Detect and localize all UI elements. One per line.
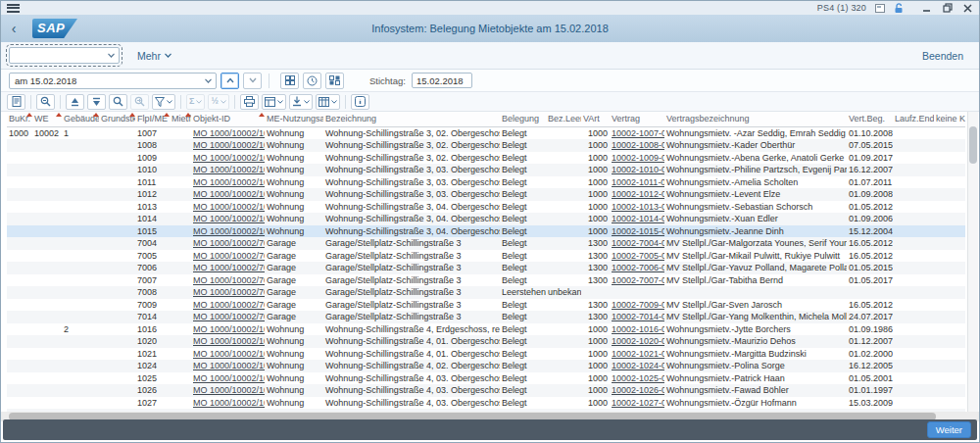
objekt-id-link[interactable]: MO 1000/10002/1025 [193, 373, 265, 383]
vertrag-link[interactable]: 10002-7005-01 [612, 251, 664, 261]
vertrag-link[interactable]: 10002-1008-02 [612, 140, 664, 150]
table-row[interactable]: 7014MO 1000/10002/7014GarageGarage/Stell… [7, 311, 965, 323]
objekt-id-link[interactable]: MO 1000/10002/1009 [193, 153, 265, 163]
table-row[interactable]: 7007MO 1000/10002/7007GarageGarage/Stell… [7, 274, 965, 287]
variant-select[interactable]: am 15.02.2018 [9, 73, 217, 89]
vertrag-link[interactable]: 10002-1010-01 [612, 165, 664, 174]
table-row[interactable]: 1011MO 1000/10002/1011WohnungWohnung-Sch… [7, 176, 965, 189]
next-variant-button[interactable] [243, 73, 262, 89]
weiter-button[interactable]: Weiter [927, 421, 971, 438]
column-header[interactable]: WE [32, 112, 62, 126]
table-row[interactable]: 1014MO 1000/10002/1014WohnungWohnung-Sch… [7, 213, 965, 225]
table-row[interactable]: 7006MO 1000/10002/7006GarageGarage/Stell… [7, 262, 965, 274]
stichtag-input[interactable] [412, 73, 472, 88]
column-header[interactable]: Vertrag [610, 112, 664, 126]
table-row[interactable]: 1021MO 1000/10002/1021WohnungWohnung-Sch… [7, 348, 965, 361]
table-row[interactable]: 1008MO 1000/10002/1008WohnungWohnung-Sch… [7, 139, 965, 152]
column-header[interactable]: Grundstk [99, 112, 135, 126]
services-icon[interactable] [874, 3, 885, 13]
close-icon[interactable] [962, 3, 973, 13]
legend-grid-icon[interactable] [325, 73, 344, 89]
objekt-id-link[interactable]: MO 1000/10002/1020 [193, 336, 265, 346]
table-row[interactable]: 7009MO 1000/10002/7009GarageGarage/Stell… [7, 299, 965, 312]
column-header[interactable]: ME-Nutzungsart [265, 112, 323, 126]
column-header[interactable]: Objekt-ID [191, 112, 265, 126]
column-header[interactable]: Bezeichnung [323, 112, 500, 126]
find-icon[interactable] [109, 94, 127, 110]
objekt-id-link[interactable]: MO 1000/10002/1007 [193, 128, 265, 138]
table-row[interactable]: 1026MO 1000/10002/1026WohnungWohnung-Sch… [7, 384, 965, 397]
vertrag-link[interactable]: 10002-1026-01 [612, 385, 664, 395]
vertrag-link[interactable]: 10002-1027-03 [612, 398, 664, 408]
vertrag-link[interactable]: 10002-7007-01 [612, 275, 664, 285]
vertrag-link[interactable]: 10002-1013-01 [612, 202, 664, 212]
vertrag-link[interactable]: 10002-1021-01 [612, 349, 664, 359]
occupancy-grid-icon[interactable] [280, 73, 299, 89]
vertical-scrollbar-thumb[interactable] [969, 126, 977, 164]
vertrag-link[interactable]: 10002-1016-01 [612, 324, 664, 334]
previous-variant-button[interactable] [220, 73, 239, 89]
vertrag-link[interactable]: 10002-1012-01 [612, 189, 664, 199]
vertrag-link[interactable]: 10002-1020-01 [612, 336, 664, 346]
vertrag-link[interactable]: 10002-1024-01 [612, 361, 664, 370]
vertical-scrollbar[interactable] [967, 112, 978, 412]
details-icon[interactable] [7, 94, 25, 110]
vertrag-link[interactable]: 10002-1025-01 [612, 373, 664, 383]
vertrag-link[interactable]: 10002-1009-02 [612, 153, 664, 163]
table-row[interactable]: 1009MO 1000/10002/1009WohnungWohnung-Sch… [7, 152, 965, 165]
time-icon[interactable] [303, 73, 321, 89]
menu-icon[interactable] [7, 4, 20, 13]
table-row[interactable]: 10001000211007MO 1000/10002/1007WohnungW… [7, 126, 965, 139]
objekt-id-link[interactable]: MO 1000/10002/1010 [193, 165, 265, 174]
objekt-id-link[interactable]: MO 1000/10002/7004 [193, 238, 265, 248]
objekt-id-link[interactable]: MO 1000/10002/7014 [193, 312, 265, 321]
print-icon[interactable] [240, 94, 259, 110]
subtotal-icon[interactable]: ½ [208, 94, 229, 110]
vertrag-link[interactable]: 10002-1011-01 [612, 177, 664, 187]
table-row[interactable]: 21016MO 1000/10002/1016WohnungWohnung-Sc… [7, 323, 965, 336]
filter-icon[interactable] [152, 94, 175, 110]
layout-icon[interactable] [316, 94, 340, 110]
sort-asc-icon[interactable] [66, 94, 84, 110]
sum-icon[interactable]: Σ [186, 94, 205, 110]
export-icon[interactable] [289, 94, 313, 110]
column-header[interactable]: Laufz.Ende [893, 112, 934, 126]
column-header[interactable]: keine Kä [934, 112, 965, 126]
find-next-icon[interactable] [130, 94, 149, 110]
vertrag-link[interactable]: 10002-1007-01 [612, 128, 664, 138]
table-row[interactable]: 1013MO 1000/10002/1013WohnungWohnung-Sch… [7, 201, 965, 214]
column-header[interactable]: FlpI/ME [135, 112, 170, 126]
table-row[interactable]: 1015MO 1000/10002/1015WohnungWohnung-Sch… [7, 225, 965, 238]
vertrag-link[interactable]: 10002-1015-01 [612, 226, 664, 236]
column-header[interactable]: Belegung [500, 112, 546, 126]
vertrag-link[interactable]: 10002-7004-01 [612, 238, 664, 248]
sort-desc-icon[interactable] [87, 94, 106, 110]
table-row[interactable]: 1027MO 1000/10002/1027WohnungWohnung-Sch… [7, 397, 965, 410]
objekt-id-link[interactable]: MO 1000/10002/7009 [193, 300, 265, 310]
vertrag-link[interactable]: 10002-7006-01 [612, 263, 664, 272]
command-input[interactable] [9, 47, 120, 64]
views-icon[interactable] [262, 94, 286, 110]
objekt-id-link[interactable]: MO 1000/10002/1021 [193, 349, 265, 359]
column-header[interactable]: Vert.Beg. [847, 112, 893, 126]
info-icon[interactable] [351, 94, 369, 110]
table-row[interactable]: 1020MO 1000/10002/1020WohnungWohnung-Sch… [7, 335, 965, 348]
objekt-id-link[interactable]: MO 1000/10002/1015 [193, 226, 265, 236]
table-row[interactable]: 1024MO 1000/10002/1024WohnungWohnung-Sch… [7, 360, 965, 372]
column-header[interactable]: VArt [581, 112, 610, 126]
column-header[interactable]: BuKr. [7, 112, 32, 126]
column-header[interactable]: Gebäude [62, 112, 99, 126]
vertrag-link[interactable]: 10002-7014-01 [612, 312, 664, 321]
objekt-id-link[interactable]: MO 1000/10002/1011 [193, 177, 265, 187]
beenden-button[interactable]: Beenden [914, 47, 971, 65]
column-header[interactable]: Bez.LeerGr [546, 112, 581, 126]
search-zoom-icon[interactable] [36, 94, 55, 110]
back-icon[interactable]: ‹ [1, 16, 26, 41]
table-row[interactable]: 1012MO 1000/10002/1012WohnungWohnung-Sch… [7, 188, 965, 201]
column-header[interactable]: Vertragsbezeichnung [664, 112, 847, 126]
objekt-id-link[interactable]: MO 1000/10002/1008 [193, 140, 265, 150]
column-header[interactable]: Mietfl. [170, 112, 191, 126]
vertrag-link[interactable]: 10002-1014-01 [612, 214, 664, 223]
objekt-id-link[interactable]: MO 1000/10002/1024 [193, 361, 265, 370]
minimize-icon[interactable] [921, 3, 932, 13]
